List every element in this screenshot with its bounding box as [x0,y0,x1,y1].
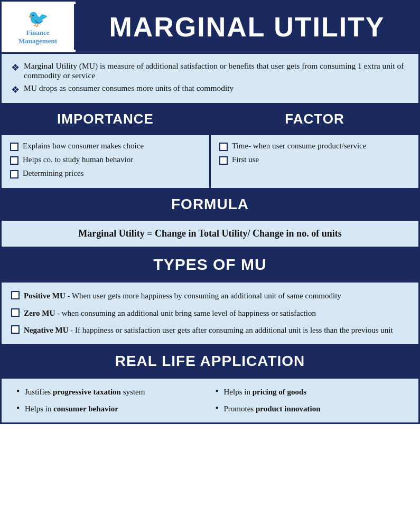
logo-management: Management [18,37,57,45]
checkbox-icon-4 [219,143,228,151]
type-zero: Zero MU - when consuming an additional u… [11,307,409,319]
rla-item-3: Helps in pricing of goods [216,386,404,398]
checkbox-icon-1 [10,143,18,151]
type-zero-bold: Zero MU [24,309,55,317]
formula-text: Marginal Utility = Change in Total Utili… [78,228,341,239]
importance-text-2: Helps co. to study human behavior [23,155,133,164]
intro-section: ❖ Marginal Utility (MU) is measure of ad… [2,54,418,105]
importance-text-1: Explains how consumer makes choice [23,142,144,150]
rla-bold-4: product innovation [256,404,321,413]
type-positive: Positive MU - When user gets more happin… [11,290,409,302]
rla-item-4: Promotes product innovation [216,403,404,415]
rla-list-right: Helps in pricing of goods Promotes produ… [216,386,404,415]
importance-header: IMPORTANCE [2,105,209,135]
logo-text: Finance Management [18,29,57,45]
factor-content: Time- when user consume product/service … [211,135,418,188]
checkbox-icon-5 [219,156,228,165]
diamond-bullet-1: ❖ [11,62,20,73]
intro-bullet-2: ❖ MU drops as consumer consumes more uni… [11,83,409,96]
diamond-bullet-2: ❖ [11,84,20,96]
two-col-section: IMPORTANCE Explains how consumer makes c… [2,105,418,190]
rla-bold-1: progressive taxation [53,388,121,396]
checkbox-icon-2 [10,156,18,165]
type-negative-text: Negative MU - If happiness or satisfacti… [24,324,393,336]
main-title: MARGINAL UTILITY [109,11,385,43]
factor-item-1: Time- when user consume product/service [219,142,410,151]
checkbox-icon-3 [10,170,18,178]
factor-text-1: Time- when user consume product/service [232,142,366,150]
logo-finance: Finance [26,29,49,36]
factor-col: FACTOR Time- when user consume product/s… [211,105,418,188]
factor-header: FACTOR [211,105,418,135]
intro-text-1: Marginal Utility (MU) is measure of addi… [24,61,409,80]
factor-text-2: First use [232,155,259,164]
intro-bullet-1: ❖ Marginal Utility (MU) is measure of ad… [11,61,409,80]
rla-bold-3: pricing of goods [253,388,307,396]
rla-header: REAL LIFE APPLICATION [2,345,418,379]
rla-bold-2: consumer behavior [53,404,118,413]
importance-item-3: Determining prices [10,169,201,178]
rla-col-right: Helps in pricing of goods Promotes produ… [210,386,409,415]
importance-col: IMPORTANCE Explains how consumer makes c… [2,105,211,188]
importance-item-1: Explains how consumer makes choice [10,142,201,151]
rla-list-left: Justifies progressive taxation system He… [16,386,205,415]
formula-content: Marginal Utility = Change in Total Utili… [2,221,418,248]
logo-icon: 🐦 [27,8,49,29]
intro-text-2: MU drops as consumer consumes more units… [24,83,234,93]
checkbox-icon-8 [11,325,20,334]
type-positive-bold: Positive MU [24,291,66,300]
page-wrapper: 🐦 Finance Management MARGINAL UTILITY ❖ … [0,0,420,424]
checkbox-icon-6 [11,291,20,299]
checkbox-icon-7 [11,308,20,317]
logo-area: 🐦 Finance Management [2,4,76,49]
rla-item-1: Justifies progressive taxation system [16,386,205,398]
rla-content: Justifies progressive taxation system He… [2,379,418,422]
formula-header: FORMULA [2,190,418,221]
type-negative: Negative MU - If happiness or satisfacti… [11,324,409,336]
header: 🐦 Finance Management MARGINAL UTILITY [2,2,418,54]
types-content: Positive MU - When user gets more happin… [2,283,418,345]
importance-content: Explains how consumer makes choice Helps… [2,135,209,188]
rla-item-2: Helps in consumer behavior [16,403,205,415]
importance-text-3: Determining prices [23,169,83,178]
main-title-area: MARGINAL UTILITY [76,2,418,52]
factor-item-2: First use [219,155,410,165]
rla-col-left: Justifies progressive taxation system He… [11,386,210,415]
type-negative-bold: Negative MU [24,326,69,334]
importance-item-2: Helps co. to study human behavior [10,155,201,165]
type-positive-text: Positive MU - When user gets more happin… [24,290,341,302]
type-zero-text: Zero MU - when consuming an additional u… [24,307,316,319]
types-header: TYPES OF MU [2,248,418,283]
